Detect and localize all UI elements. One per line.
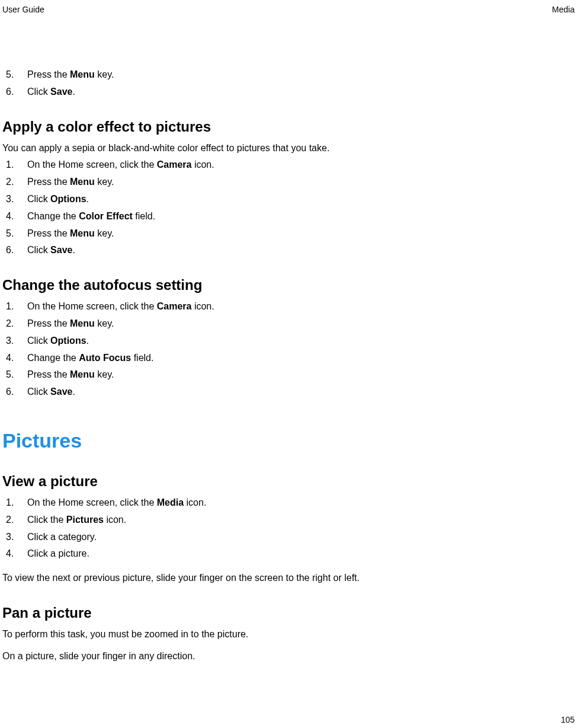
step-number: 1.: [2, 158, 27, 173]
steps-list: 1.On the Home screen, click the Camera i…: [2, 158, 572, 258]
step-number: 3.: [2, 530, 27, 545]
step-text: On the Home screen, click the Media icon…: [27, 496, 206, 510]
section-heading: Change the autofocus setting: [2, 277, 572, 293]
step-number: 4.: [2, 547, 27, 561]
step-item: 1.On the Home screen, click the Camera i…: [2, 299, 572, 314]
step-item: 3.Click a category.: [2, 530, 572, 545]
step-item: 1.On the Home screen, click the Media ic…: [2, 496, 572, 510]
step-number: 3.: [2, 192, 27, 207]
page-number: 105: [561, 715, 575, 724]
section-heading: Pan a picture: [2, 605, 572, 621]
steps-list: 1.On the Home screen, click the Media ic…: [2, 496, 572, 561]
step-text: Change the Color Effect field.: [27, 209, 155, 224]
header-left: User Guide: [2, 5, 44, 14]
step-item: 2.Click the Pictures icon.: [2, 513, 572, 528]
step-item: 6.Click Save.: [2, 385, 572, 400]
step-number: 4.: [2, 209, 27, 224]
step-text: Click Save.: [27, 385, 75, 400]
step-item: 4.Change the Color Effect field.: [2, 209, 572, 224]
step-text: Press the Menu key.: [27, 68, 114, 82]
step-item: 2.Press the Menu key.: [2, 175, 572, 190]
step-text: Click Save.: [27, 85, 75, 100]
step-text: Click a picture.: [27, 547, 89, 561]
step-text: Click Options.: [27, 334, 89, 349]
step-item: 2.Press the Menu key.: [2, 317, 572, 331]
step-text: Press the Menu key.: [27, 368, 114, 382]
page: User Guide Media 5.Press the Menu key.6.…: [0, 0, 577, 728]
step-item: 3.Click Options.: [2, 192, 572, 207]
step-item: 6.Click Save.: [2, 85, 572, 100]
section-heading: View a picture: [2, 473, 572, 490]
section-intro: You can apply a sepia or black-and-white…: [2, 141, 572, 156]
step-item: 1.On the Home screen, click the Camera i…: [2, 158, 572, 173]
step-number: 6.: [2, 385, 27, 400]
step-number: 5.: [2, 368, 27, 382]
step-text: On the Home screen, click the Camera ico…: [27, 158, 214, 173]
chapter-heading: Pictures: [2, 429, 572, 452]
section-note: To view the next or previous picture, sl…: [2, 571, 572, 586]
step-text: Click Options.: [27, 192, 89, 207]
step-text: Press the Menu key.: [27, 175, 114, 190]
step-item: 3.Click Options.: [2, 334, 572, 349]
step-number: 5.: [2, 226, 27, 241]
step-number: 6.: [2, 243, 27, 258]
section-heading: Apply a color effect to pictures: [2, 119, 572, 135]
step-text: Click Save.: [27, 243, 75, 258]
steps-list: 1.On the Home screen, click the Camera i…: [2, 299, 572, 400]
step-text: Change the Auto Focus field.: [27, 351, 153, 366]
section-note: On a picture, slide your finger in any d…: [2, 649, 572, 664]
header-right: Media: [552, 5, 575, 14]
step-number: 5.: [2, 68, 27, 82]
step-item: 5.Press the Menu key.: [2, 68, 572, 82]
page-content: 5.Press the Menu key.6.Click Save. Apply…: [0, 0, 577, 690]
section-intro: To perform this task, you must be zoomed…: [2, 627, 572, 642]
step-number: 3.: [2, 334, 27, 349]
step-number: 2.: [2, 175, 27, 190]
step-item: 4.Click a picture.: [2, 547, 572, 561]
step-text: Press the Menu key.: [27, 226, 114, 241]
step-text: Click a category.: [27, 530, 97, 545]
step-text: Click the Pictures icon.: [27, 513, 126, 528]
step-number: 6.: [2, 85, 27, 100]
step-item: 5.Press the Menu key.: [2, 226, 572, 241]
step-number: 4.: [2, 351, 27, 366]
step-item: 5.Press the Menu key.: [2, 368, 572, 382]
step-number: 2.: [2, 513, 27, 528]
step-text: On the Home screen, click the Camera ico…: [27, 299, 214, 314]
step-number: 1.: [2, 496, 27, 510]
leading-steps-list: 5.Press the Menu key.6.Click Save.: [2, 68, 572, 100]
step-number: 1.: [2, 299, 27, 314]
step-item: 4.Change the Auto Focus field.: [2, 351, 572, 366]
step-text: Press the Menu key.: [27, 317, 114, 331]
step-number: 2.: [2, 317, 27, 331]
step-item: 6.Click Save.: [2, 243, 572, 258]
